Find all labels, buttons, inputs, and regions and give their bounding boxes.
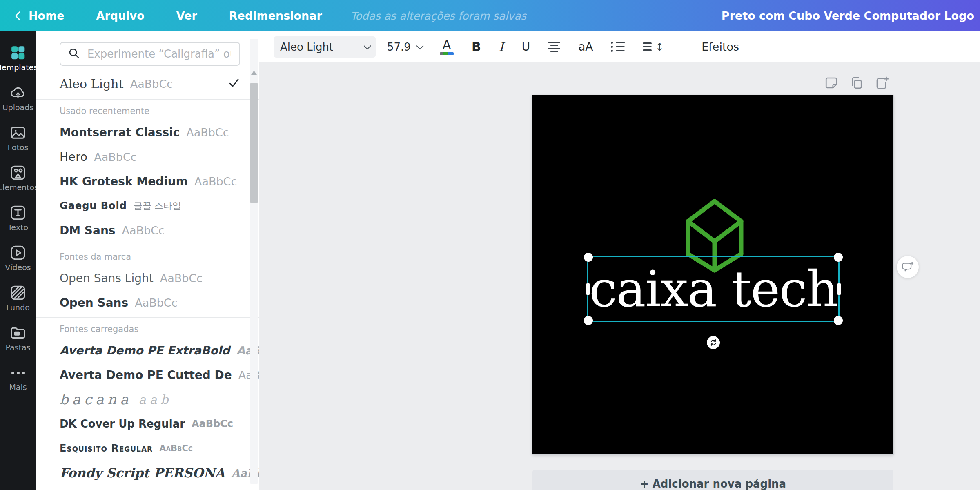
rotate-handle[interactable] <box>707 336 720 349</box>
page-notes-button[interactable] <box>824 76 839 90</box>
font-picker-panel: Aleo Light AaBbCc Usado recentemente Mon… <box>36 31 259 490</box>
font-list-item[interactable]: Gaegu Bold 글꼴 스타일 <box>60 194 240 218</box>
font-size-value: 57.9 <box>387 41 411 53</box>
folder-icon <box>10 325 26 341</box>
templates-grid-icon <box>10 45 26 61</box>
sidebar-item-fundo[interactable]: Fundo <box>0 278 36 318</box>
font-list-item[interactable]: HK Grotesk Medium AaBbCc <box>60 169 240 194</box>
font-list-item[interactable]: Hero AaBbCc <box>60 145 240 169</box>
text-align-button[interactable] <box>548 42 560 52</box>
sidebar-item-label: Vídeos <box>5 264 31 272</box>
menu-item-ver[interactable]: Ver <box>176 9 197 22</box>
up-down-arrow-icon: ↕ <box>655 42 664 52</box>
font-family-select[interactable]: Aleo Light <box>274 36 376 58</box>
sidebar-item-label: Templates <box>0 64 38 71</box>
font-list-item[interactable]: Open Sans AaBbCc <box>60 290 240 315</box>
page-actions <box>824 76 889 90</box>
list-button[interactable] <box>611 42 625 52</box>
font-search-box <box>60 42 240 66</box>
effects-button[interactable]: Efeitos <box>702 40 739 53</box>
font-list-item[interactable]: bacana aab <box>60 387 240 412</box>
font-name: Hero <box>60 150 87 164</box>
sidebar-item-elementos[interactable]: Elementos <box>0 158 36 198</box>
font-name: Gaegu Bold <box>60 200 127 212</box>
font-section-rows: Montserrat Classic AaBbCc Hero AaBbCc HK… <box>60 120 240 243</box>
font-sample: AaBbCc <box>135 296 177 309</box>
font-sample: AaBbCc <box>94 151 136 163</box>
bold-button[interactable]: B <box>472 40 481 54</box>
sidebar-item-mais[interactable]: Mais <box>0 358 36 398</box>
font-sample: AaBbCc <box>130 78 173 90</box>
sidebar-item-label: Pastas <box>5 344 30 352</box>
sidebar-item-templates[interactable]: Templates <box>0 38 36 78</box>
font-sample: aab <box>139 392 172 407</box>
resize-handle-bottom-left[interactable] <box>584 316 593 325</box>
sidebar-item-label: Fundo <box>6 304 30 312</box>
sidebar-item-uploads[interactable]: Uploads <box>0 78 36 118</box>
sidebar-item-label: Uploads <box>2 104 33 111</box>
font-section-rows: Open Sans Light AaBbCc Open Sans AaBbCc <box>60 266 240 315</box>
font-family-value: Aleo Light <box>280 41 333 53</box>
font-list-item[interactable]: Open Sans Light AaBbCc <box>60 266 240 290</box>
font-section-header: Usado recentemente <box>60 100 240 120</box>
add-page-bar[interactable]: + Adicionar nova página <box>532 470 893 490</box>
menu-item-redimensionar[interactable]: Redimensionar <box>229 9 322 22</box>
more-dots-icon <box>11 365 25 381</box>
font-list-item[interactable]: Averta Demo PE Cutted De AaBbCc <box>60 363 240 387</box>
text-color-letter: A <box>443 39 451 51</box>
font-name: Open Sans <box>60 296 128 310</box>
font-sample: AaBbCc <box>160 272 203 285</box>
font-sample: AaBbCc <box>159 443 193 453</box>
font-list-item[interactable]: Fondy Script PERSONA AaBbCc <box>60 461 240 485</box>
font-name: Open Sans Light <box>60 272 154 285</box>
sidebar-item-fotos[interactable]: Fotos <box>0 118 36 158</box>
font-name: Averta Demo PE ExtraBold <box>60 344 230 357</box>
resize-handle-top-left[interactable] <box>584 253 593 262</box>
design-page[interactable]: caixa tech <box>532 95 893 454</box>
font-list-item[interactable]: Averta Demo PE ExtraBold AaBbCc <box>60 338 240 363</box>
sidebar-item-pastas[interactable]: Pastas <box>0 318 36 358</box>
text-color-button[interactable]: A <box>440 39 454 55</box>
font-list-item[interactable]: DM Sans AaBbCc <box>60 218 240 243</box>
resize-handle-right[interactable] <box>837 283 841 295</box>
font-list-item-selected[interactable]: Aleo Light AaBbCc <box>60 71 240 97</box>
back-chevron-icon <box>15 11 24 21</box>
document-title[interactable]: Preto com Cubo Verde Computador Logo <box>722 9 974 22</box>
font-sample: AaBbCc <box>186 126 229 139</box>
font-name: Esquisito Regular <box>60 443 153 454</box>
sidebar-item-label: Texto <box>8 224 28 232</box>
font-name: HK Grotesk Medium <box>60 175 188 188</box>
font-list-scrollbar-thumb[interactable] <box>250 83 258 203</box>
underline-button[interactable]: U <box>522 40 530 53</box>
chevron-down-icon <box>416 42 423 49</box>
add-page-button[interactable] <box>875 76 889 90</box>
sidebar-item-texto[interactable]: Texto <box>0 198 36 238</box>
font-sample: 글꼴 스타일 <box>134 200 181 212</box>
resize-handle-bottom-right[interactable] <box>834 316 843 325</box>
comment-button[interactable] <box>897 256 919 278</box>
text-case-button[interactable]: aA <box>578 40 593 53</box>
line-spacing-button[interactable]: ↕ <box>643 42 664 52</box>
text-icon <box>10 205 26 221</box>
font-search-input[interactable] <box>87 47 232 60</box>
font-list-item[interactable]: Esquisito Regular AaBbCc <box>60 436 240 461</box>
font-size-select[interactable]: 57.9 <box>387 41 422 53</box>
spacing-lines-icon <box>643 42 652 51</box>
text-toolbar: Aleo Light 57.9 A B I U aA ↕ Efeitos <box>259 31 980 62</box>
font-section-header: Fontes da marca <box>60 245 240 266</box>
font-name: DM Sans <box>60 224 116 237</box>
italic-button[interactable]: I <box>499 40 504 54</box>
resize-handle-top-right[interactable] <box>834 253 843 262</box>
font-list-item[interactable]: Montserrat Classic AaBbCc <box>60 120 240 145</box>
menu-item-arquivo[interactable]: Arquivo <box>96 9 145 22</box>
comment-plus-icon <box>902 261 914 273</box>
save-status-text: Todas as alterações foram salvas <box>351 10 526 22</box>
duplicate-page-button[interactable] <box>849 76 864 90</box>
font-list-item[interactable]: DK Cover Up Regular AaBbCc <box>60 412 240 436</box>
font-section-rows: Averta Demo PE ExtraBold AaBbCc Averta D… <box>60 338 240 485</box>
scroll-up-arrow-icon[interactable] <box>251 71 257 75</box>
home-button[interactable]: Home <box>16 9 65 22</box>
font-sample: AaBbCc <box>194 175 237 188</box>
sidebar-item-videos[interactable]: Vídeos <box>0 238 36 278</box>
resize-handle-left[interactable] <box>586 283 590 295</box>
